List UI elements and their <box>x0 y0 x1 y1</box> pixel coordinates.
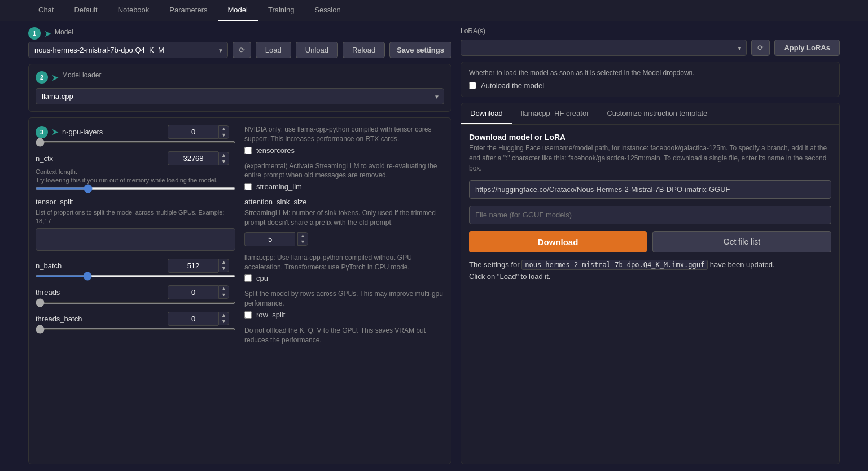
save-settings-button[interactable]: Save settings <box>389 42 451 58</box>
params-panel: 3 ➤ n-gpu-layers ▲ ▼ <box>28 117 451 464</box>
n-ctx-desc: Context length.Try lowering this if you … <box>36 168 235 185</box>
apply-loras-button[interactable]: Apply LoRAs <box>774 40 840 56</box>
params-right: NVIDIA only: use llama-cpp-python compil… <box>244 125 444 457</box>
row-split-checkbox[interactable] <box>244 311 252 319</box>
tab-chat[interactable]: Chat <box>28 0 64 21</box>
n-ctx-input[interactable] <box>168 151 218 165</box>
status-line2: Click on "Load" to load it. <box>469 272 550 281</box>
tab-parameters[interactable]: Parameters <box>159 0 217 21</box>
dl-title-desc: Download model or LoRA Enter the Hugging… <box>469 133 831 173</box>
attention-sink-label: attention_sink_size <box>244 198 444 206</box>
n-batch-up[interactable]: ▲ <box>219 259 229 265</box>
threads-batch-slider[interactable] <box>36 328 235 330</box>
step-1-badge: 1 ➤ <box>28 27 55 40</box>
tensorcores-checkbox[interactable] <box>244 147 252 154</box>
autoload-checkbox[interactable] <box>469 82 476 89</box>
tensorcores-group: NVIDIA only: use llama-cpp-python compil… <box>244 125 444 155</box>
download-panel: Download model or LoRA Enter the Hugging… <box>461 125 839 464</box>
no-kv-offload-group: Do not offload the K, Q, V to the GPU. T… <box>244 326 444 345</box>
download-button[interactable]: Download <box>469 231 647 252</box>
tab-session[interactable]: Session <box>304 0 350 21</box>
model-loader-select[interactable]: llama.cpp <box>36 88 444 104</box>
n-ctx-down[interactable]: ▼ <box>219 159 229 165</box>
threads-label: threads <box>36 288 60 296</box>
status-line1-prefix: The settings for <box>469 260 521 269</box>
threads-slider[interactable] <box>36 302 235 304</box>
model-refresh-button[interactable]: ⟳ <box>233 42 251 58</box>
unload-button[interactable]: Unload <box>296 42 338 58</box>
threads-batch-group: threads_batch ▲ ▼ <box>36 312 235 330</box>
dl-url-input[interactable] <box>469 180 831 199</box>
attention-sink-input[interactable] <box>244 232 295 246</box>
tensor-split-input[interactable] <box>36 228 235 251</box>
lora-label: LoRA(s) <box>461 27 485 35</box>
threads-batch-up[interactable]: ▲ <box>219 312 229 319</box>
model-select[interactable]: nous-hermes-2-mistral-7b-dpo.Q4_K_M <box>28 42 228 58</box>
tab-customize-instruction[interactable]: Customize instruction template <box>598 103 716 124</box>
threads-group: threads ▲ ▼ <box>36 285 235 304</box>
threads-stepper: ▲ ▼ <box>218 285 229 299</box>
threads-batch-down[interactable]: ▼ <box>219 319 229 325</box>
n-gpu-layers-up[interactable]: ▲ <box>219 126 229 132</box>
n-batch-input[interactable] <box>168 259 218 273</box>
threads-input[interactable] <box>168 285 218 299</box>
status-filename: nous-hermes-2-mistral-7b-dpo.Q4_K_M.imx.… <box>521 260 708 270</box>
lora-row: ⟳ Apply LoRAs <box>461 40 840 56</box>
threads-batch-label: threads_batch <box>36 315 82 323</box>
tab-default[interactable]: Default <box>64 0 107 21</box>
step2-arrow: ➤ <box>51 72 59 83</box>
threads-batch-stepper: ▲ ▼ <box>218 312 229 325</box>
tab-download[interactable]: Download <box>461 103 512 124</box>
tab-training[interactable]: Training <box>258 0 304 21</box>
threads-up[interactable]: ▲ <box>219 286 229 292</box>
streaming-llm-checkbox[interactable] <box>244 183 252 190</box>
threads-down[interactable]: ▼ <box>219 292 229 298</box>
model-loader-select-wrapper: llama.cpp <box>36 88 444 104</box>
row-split-desc: Split the model by rows across GPUs. Thi… <box>244 289 444 308</box>
cpu-group: llama.cpp: Use llama-cpp-python compiled… <box>244 253 444 283</box>
lora-refresh-button[interactable]: ⟳ <box>751 40 770 56</box>
n-gpu-layers-down[interactable]: ▼ <box>219 132 229 138</box>
load-button[interactable]: Load <box>256 42 291 58</box>
tab-model[interactable]: Model <box>218 0 258 21</box>
n-batch-down[interactable]: ▼ <box>219 265 229 272</box>
cpu-checkbox[interactable] <box>244 274 252 282</box>
tab-notebook[interactable]: Notebook <box>108 0 160 21</box>
attention-sink-down[interactable]: ▼ <box>298 239 308 245</box>
n-gpu-layers-label: n-gpu-layers <box>62 128 103 136</box>
n-ctx-slider[interactable] <box>36 187 235 190</box>
cpu-checkbox-row: cpu <box>244 274 444 282</box>
autoload-label: Autoload the model <box>481 81 544 90</box>
autoload-desc: Whether to load the model as soon as it … <box>469 69 831 77</box>
row-split-label: row_split <box>256 311 285 319</box>
model-loader-panel: 2 ➤ Model loader llama.cpp <box>28 64 451 112</box>
lora-select-wrapper <box>461 40 747 56</box>
tensor-split-group: tensor_split List of proportions to spli… <box>36 198 235 251</box>
model-label: Model <box>55 28 73 36</box>
cpu-label: cpu <box>256 274 268 282</box>
attention-sink-up[interactable]: ▲ <box>298 233 308 239</box>
dl-buttons: Download Get file list <box>469 231 831 252</box>
model-select-wrapper: nous-hermes-2-mistral-7b-dpo.Q4_K_M <box>28 42 228 58</box>
step-2-badge: 2 <box>36 71 48 84</box>
n-gpu-layers-slider[interactable] <box>36 141 235 143</box>
n-ctx-label: n_ctx <box>36 154 53 163</box>
n-batch-slider[interactable] <box>36 275 235 277</box>
tab-llamacpp-hf[interactable]: llamacpp_HF creator <box>512 103 598 124</box>
n-gpu-layers-input[interactable] <box>168 125 218 139</box>
lora-section: LoRA(s) ⟳ Apply LoRAs <box>461 27 840 56</box>
get-file-list-button[interactable]: Get file list <box>652 231 831 252</box>
dl-filename-input[interactable] <box>469 206 831 224</box>
attention-sink-stepper: ▲ ▼ <box>297 232 308 246</box>
params-left: 3 ➤ n-gpu-layers ▲ ▼ <box>36 125 235 457</box>
n-batch-stepper: ▲ ▼ <box>218 259 229 272</box>
tensor-split-desc: List of proportions to split the model a… <box>36 208 235 226</box>
n-ctx-up[interactable]: ▲ <box>219 152 229 159</box>
threads-batch-input[interactable] <box>168 312 218 326</box>
lora-select[interactable] <box>461 40 747 56</box>
streaming-llm-checkbox-row: streaming_llm <box>244 182 444 191</box>
reload-button[interactable]: Reload <box>343 42 385 58</box>
n-ctx-stepper: ▲ ▼ <box>218 152 229 165</box>
step3-arrow: ➤ <box>51 127 59 137</box>
n-ctx-group: n_ctx ▲ ▼ Context length.Try lowering th… <box>36 151 235 190</box>
